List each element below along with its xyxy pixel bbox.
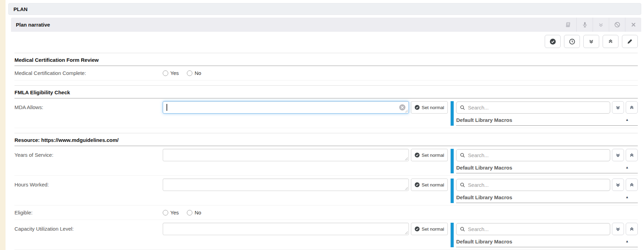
plan-section-header[interactable]: PLAN bbox=[8, 3, 641, 15]
macro-group-label: Default Library Macros bbox=[456, 239, 512, 244]
field-label: Capacity Utilization Level: bbox=[14, 223, 163, 232]
caret-up-icon bbox=[625, 195, 629, 199]
field-controls: Set normal Default Library Macr bbox=[163, 179, 638, 203]
set-normal-button[interactable]: Set normal bbox=[411, 101, 448, 114]
form-row-hours-worked: Hours Worked: Set normal bbox=[14, 176, 638, 205]
resize-grip-icon[interactable] bbox=[405, 231, 408, 234]
check-circle-icon bbox=[415, 182, 420, 187]
macro-search-input[interactable] bbox=[468, 182, 606, 188]
expand-macros-button[interactable] bbox=[612, 101, 624, 114]
chevrons-down-icon[interactable] bbox=[593, 18, 609, 32]
radio-no-label: No bbox=[194, 210, 201, 215]
macro-group-default-library[interactable]: Default Library Macros bbox=[456, 236, 638, 247]
narrative-toolbar bbox=[14, 35, 638, 48]
macro-search-box[interactable] bbox=[456, 149, 610, 161]
check-circle-icon bbox=[415, 227, 420, 231]
pencil-button[interactable] bbox=[622, 35, 638, 48]
set-normal-button[interactable]: Set normal bbox=[411, 223, 448, 235]
microphone-icon[interactable] bbox=[576, 18, 593, 32]
macro-panel: Default Library Macros bbox=[451, 149, 638, 173]
resize-grip-icon[interactable] bbox=[405, 157, 408, 161]
section-header: FMLA Eligibility Check bbox=[14, 85, 638, 98]
radio-circle-icon[interactable] bbox=[163, 70, 168, 76]
expand-macros-button[interactable] bbox=[612, 149, 624, 161]
collapse-macros-button[interactable] bbox=[626, 149, 638, 161]
plan-narrative-body: Medical Certification Form Review Medica… bbox=[11, 35, 641, 250]
macro-search-input[interactable] bbox=[468, 105, 606, 110]
radio-yes-label: Yes bbox=[170, 210, 179, 215]
hours-worked-textarea[interactable] bbox=[163, 179, 409, 191]
clock-button[interactable] bbox=[564, 35, 580, 48]
mda-allows-textarea[interactable] bbox=[163, 101, 409, 114]
set-normal-label: Set normal bbox=[422, 105, 444, 110]
section-header: Medical Certification Form Review bbox=[14, 53, 638, 66]
expand-macros-button[interactable] bbox=[612, 223, 624, 235]
macro-search-box[interactable] bbox=[456, 102, 610, 114]
set-normal-label: Set normal bbox=[422, 182, 444, 188]
radio-yes-label: Yes bbox=[170, 70, 179, 76]
form-row-medical-certification-complete: Medical Certification Complete: Yes No bbox=[14, 66, 638, 80]
field-label: Years of Service: bbox=[14, 149, 163, 158]
section-header: Resource: https://www.mdguidelines.com/ bbox=[14, 133, 638, 146]
collapse-macros-button[interactable] bbox=[626, 179, 638, 191]
form-row-mda-allows: MDA Allows: Set normal bbox=[14, 98, 638, 128]
page: PLAN Plan narrative Medical C bbox=[6, 0, 644, 250]
set-normal-button[interactable]: Set normal bbox=[411, 179, 448, 191]
check-circle-button[interactable] bbox=[545, 35, 561, 48]
field-label: Medical Certification Complete: bbox=[14, 70, 163, 76]
plan-narrative-panel: Plan narrative Medical Certification For… bbox=[11, 18, 641, 250]
macro-search-box[interactable] bbox=[456, 179, 610, 191]
panel-header-toolbar bbox=[560, 18, 641, 32]
collapse-macros-button[interactable] bbox=[626, 223, 638, 235]
radio-no[interactable]: No bbox=[187, 210, 201, 215]
form-row-eligible: Eligible: Yes No bbox=[14, 205, 638, 220]
years-of-service-textarea[interactable] bbox=[163, 149, 409, 161]
expand-all-button[interactable] bbox=[583, 35, 599, 48]
field-label: Eligible: bbox=[14, 210, 163, 215]
radio-group: Yes No bbox=[163, 210, 638, 215]
macro-search-input[interactable] bbox=[468, 152, 606, 158]
expand-macros-button[interactable] bbox=[612, 179, 624, 191]
search-icon bbox=[460, 227, 465, 232]
plan-section-title: PLAN bbox=[13, 6, 28, 12]
collapse-macros-button[interactable] bbox=[626, 101, 638, 114]
capacity-utilization-textarea[interactable] bbox=[163, 223, 409, 235]
macro-search-input[interactable] bbox=[468, 226, 606, 232]
set-normal-label: Set normal bbox=[422, 153, 444, 158]
set-normal-label: Set normal bbox=[422, 227, 444, 232]
check-circle-icon bbox=[415, 153, 420, 157]
form-row-years-of-service: Years of Service: Set normal bbox=[14, 146, 638, 176]
plan-narrative-header[interactable]: Plan narrative bbox=[11, 18, 641, 32]
radio-circle-icon[interactable] bbox=[187, 70, 192, 76]
field-controls: Set normal Default Library Macr bbox=[163, 223, 638, 247]
caret-up-icon bbox=[625, 240, 629, 243]
macro-search-box[interactable] bbox=[456, 223, 610, 235]
resize-grip-icon[interactable] bbox=[405, 109, 408, 113]
macro-group-default-library[interactable]: Default Library Macros bbox=[456, 114, 638, 126]
caret-up-icon bbox=[625, 166, 629, 169]
set-normal-button[interactable]: Set normal bbox=[411, 149, 448, 161]
section-title: Medical Certification Form Review bbox=[14, 57, 99, 63]
macro-group-label: Default Library Macros bbox=[456, 117, 512, 123]
radio-no[interactable]: No bbox=[187, 70, 201, 76]
radio-yes[interactable]: Yes bbox=[163, 210, 179, 215]
radio-no-label: No bbox=[194, 70, 201, 76]
search-icon bbox=[460, 153, 465, 158]
form-row-capacity-utilization-level: Capacity Utilization Level: Set normal bbox=[14, 220, 638, 250]
ban-icon[interactable] bbox=[609, 18, 625, 32]
macro-search-row bbox=[456, 149, 638, 161]
book-icon[interactable] bbox=[560, 18, 576, 32]
radio-yes[interactable]: Yes bbox=[163, 70, 179, 76]
radio-circle-icon[interactable] bbox=[187, 210, 192, 215]
resize-grip-icon[interactable] bbox=[405, 187, 408, 190]
close-icon[interactable] bbox=[625, 18, 641, 32]
collapse-all-button[interactable] bbox=[603, 35, 618, 48]
left-margin-strip bbox=[0, 0, 6, 250]
macro-group-default-library[interactable]: Default Library Macros bbox=[456, 162, 638, 173]
panel-title: Plan narrative bbox=[16, 22, 50, 28]
macro-group-default-library[interactable]: Default Library Macros bbox=[456, 192, 638, 203]
macro-panel: Default Library Macros bbox=[451, 223, 638, 247]
search-icon bbox=[460, 105, 465, 110]
field-label: MDA Allows: bbox=[14, 101, 163, 110]
radio-circle-icon[interactable] bbox=[163, 210, 168, 215]
